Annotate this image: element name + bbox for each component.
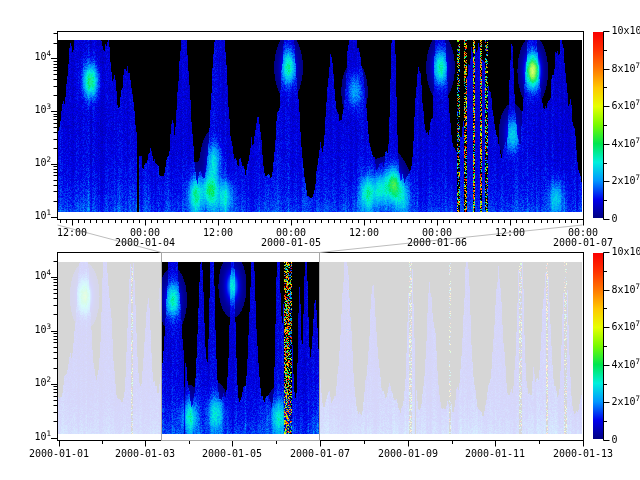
x-tick-date-label: 2000-01-06 (395, 237, 479, 249)
colorbar-tick-label: 4x107 (612, 138, 640, 151)
x-tick-date-label: 2000-01-05 (249, 237, 333, 249)
colorbar-tick-label: 8x107 (612, 284, 640, 297)
colorbar-tick-label: 2x107 (612, 396, 640, 409)
x-tick-date-label: 2000-01-09 (366, 448, 450, 460)
colorbar-tick-label: 4x107 (612, 359, 640, 372)
colorbar-tick-label: 0 (612, 213, 618, 225)
x-tick-label: 12:00 (332, 227, 396, 239)
y-tick-label: 101 (13, 210, 51, 223)
colorbar-tick-label: 10x107 (612, 246, 640, 259)
y-tick-label: 103 (13, 324, 51, 337)
detail-spectrogram-canvas[interactable] (58, 32, 582, 219)
colorbar-tick-label: 8x107 (612, 63, 640, 76)
y-tick-label: 102 (13, 157, 51, 170)
x-tick-date-label: 2000-01-13 (541, 448, 625, 460)
x-tick-label: 12:00 (478, 227, 542, 239)
colorbar-tick-label: 10x107 (612, 25, 640, 38)
y-tick-label: 104 (13, 270, 51, 283)
colorbar-tick-label: 0 (612, 434, 618, 446)
x-tick-label: 12:00 (186, 227, 250, 239)
x-tick-date-label: 2000-01-04 (103, 237, 187, 249)
y-tick-label: 101 (13, 431, 51, 444)
x-tick-date-label: 2000-01-07 (278, 448, 362, 460)
colorbar-detail (593, 32, 603, 218)
context-spectrogram-canvas[interactable] (58, 253, 582, 439)
x-tick-date-label: 2000-01-05 (190, 448, 274, 460)
y-tick-label: 102 (13, 377, 51, 390)
colorbar-tick-label: 2x107 (612, 175, 640, 188)
spectrogram-window: 12:0000:002000-01-0412:0000:002000-01-05… (0, 0, 640, 480)
colorbar-tick-label: 6x107 (612, 321, 640, 334)
x-tick-label: 12:00 (40, 227, 104, 239)
colorbar-context (593, 253, 603, 439)
x-tick-date-label: 2000-01-01 (17, 448, 101, 460)
y-tick-label: 104 (13, 51, 51, 64)
x-tick-date-label: 2000-01-11 (453, 448, 537, 460)
colorbar-tick-label: 6x107 (612, 100, 640, 113)
y-tick-label: 103 (13, 104, 51, 117)
x-tick-date-label: 2000-01-03 (103, 448, 187, 460)
